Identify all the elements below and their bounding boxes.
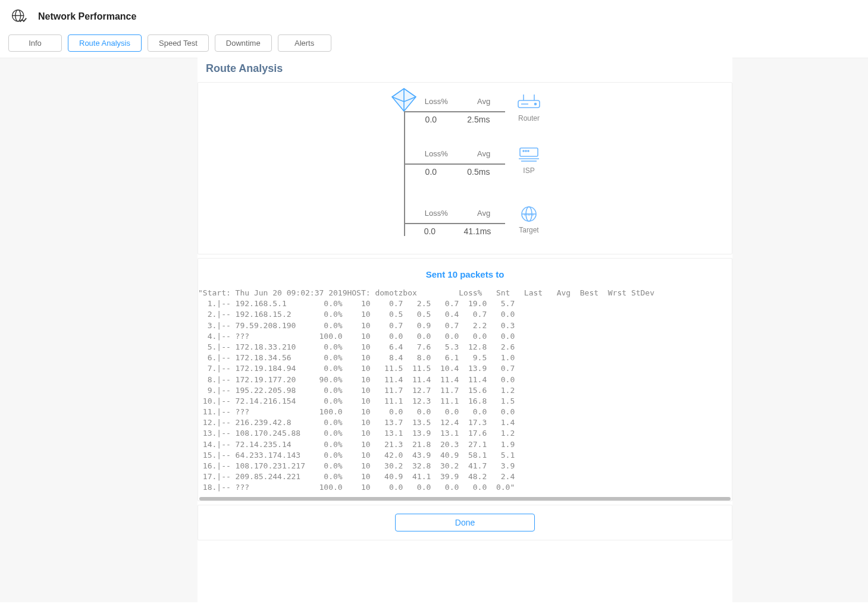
tab-downtime[interactable]: Downtime [215,34,272,52]
svg-point-13 [525,150,527,152]
svg-text:WWW: WWW [524,213,534,216]
route-diagram-card: Loss% Avg 0.0 2.5ms [198,82,732,254]
header: Network Performance [0,0,868,31]
tab-alerts[interactable]: Alerts [278,34,331,52]
col-loss-label: Loss% [425,149,448,158]
col-avg-label: Avg [477,149,490,158]
isp-loss-value: 0.0 [425,167,437,177]
diagram-row-isp: Loss% Avg 0.0 0.5ms [404,150,547,180]
section-title: Route Analysis [198,58,732,82]
footer-card: Done [198,505,732,540]
tab-route-analysis[interactable]: Route Analysis [68,34,142,52]
tabs: InfoRoute AnalysisSpeed TestDowntimeAler… [0,31,868,58]
tab-info[interactable]: Info [8,34,62,52]
diagram-row-router: Loss% Avg 0.0 2.5ms [404,98,547,128]
isp-icon [516,156,541,165]
sent-packets-line: Sent 10 packets to [198,259,732,287]
col-avg-label: Avg [477,97,490,106]
router-icon [516,103,541,113]
router-label: Router [511,114,547,122]
page-title: Network Performance [38,11,136,22]
globe-trend-icon [11,8,27,25]
right-gutter [732,58,868,602]
horizontal-scrollbar[interactable] [199,497,731,501]
done-button[interactable]: Done [395,514,535,531]
target-loss-value: 0.0 [424,227,435,236]
svg-point-14 [528,150,529,152]
svg-point-12 [523,150,524,152]
router-loss-value: 0.0 [425,115,437,124]
left-gutter [0,58,198,602]
isp-label: ISP [511,166,547,175]
router-avg-value: 2.5ms [467,115,490,124]
globe-www-icon: WWW [516,215,541,225]
tab-speed-test[interactable]: Speed Test [148,34,209,52]
svg-rect-11 [520,148,538,156]
diagram-row-target: Loss% Avg 0.0 41.1ms [404,210,547,240]
col-loss-label: Loss% [425,97,448,106]
target-label: Target [511,226,547,234]
col-avg-label: Avg [477,209,490,218]
target-avg-value: 41.1ms [463,227,491,236]
trace-card: Sent 10 packets to "Start: Thu Jun 20 09… [198,258,732,501]
col-loss-label: Loss% [425,209,448,218]
svg-point-9 [535,103,537,105]
isp-avg-value: 0.5ms [467,167,490,177]
traceroute-output[interactable]: "Start: Thu Jun 20 09:02:37 2019HOST: do… [198,287,732,497]
